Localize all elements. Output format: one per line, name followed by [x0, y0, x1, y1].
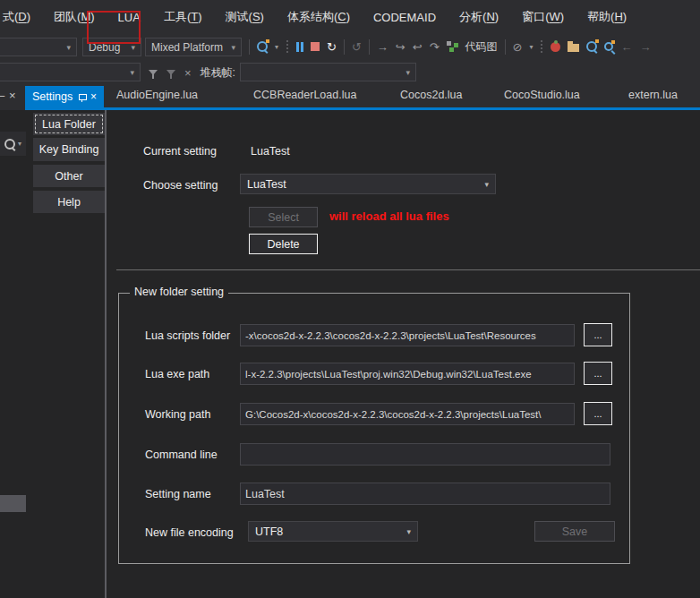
- tab-cocostudio[interactable]: CocoStudio.lua: [504, 89, 580, 101]
- chevron-down-icon: ▾: [484, 180, 489, 189]
- current-setting-value: LuaTest: [251, 145, 290, 158]
- menu-item-debug-d[interactable]: 式(D): [0, 5, 42, 29]
- toolbar-separator: [249, 39, 250, 55]
- ide-window: 式(D) 团队(M) LUA 工具(T) 测试(S) 体系结构(C) CODEM…: [0, 0, 700, 598]
- pin-icon[interactable]: [79, 93, 84, 101]
- reload-warning-text: will reload all lua files: [329, 209, 449, 223]
- working-path-input[interactable]: [240, 403, 575, 425]
- menu-item-tools[interactable]: 工具(T): [152, 5, 214, 29]
- new-file-encoding-label: New file encoding: [145, 526, 234, 539]
- setting-name-input[interactable]: [240, 483, 610, 505]
- open-folder-icon[interactable]: [568, 44, 579, 52]
- sidebar-item-help[interactable]: Help: [33, 191, 105, 213]
- rail-search-box[interactable]: ▾: [0, 132, 26, 156]
- menu-item-codemaid[interactable]: CODEMAID: [362, 7, 448, 28]
- menu-item-analyze[interactable]: 分析(N): [448, 5, 510, 29]
- section-separator: [116, 269, 700, 270]
- menu-item-test[interactable]: 测试(S): [214, 5, 276, 29]
- show-next-statement-icon[interactable]: →: [377, 41, 388, 53]
- sidebar-item-other[interactable]: Other: [33, 165, 105, 187]
- attach-to-process-icon[interactable]: [257, 41, 268, 52]
- pause-icon[interactable]: [296, 42, 303, 52]
- nav-forward-icon[interactable]: →: [639, 41, 651, 53]
- stop-debugging-icon[interactable]: [311, 42, 320, 51]
- menu-item-help[interactable]: 帮助(H): [576, 5, 638, 29]
- code-map-icon[interactable]: [447, 41, 458, 52]
- restart-icon[interactable]: ↻: [327, 41, 337, 53]
- chevron-down-icon: ▾: [130, 68, 134, 77]
- choose-setting-label: Choose setting: [143, 179, 218, 192]
- lua-exe-path-browse-button[interactable]: ...: [584, 362, 612, 385]
- toolbar-separator: [369, 39, 370, 55]
- select-button[interactable]: Select: [249, 207, 318, 227]
- chevron-down-icon: ▾: [405, 68, 410, 77]
- setting-name-label: Setting name: [145, 488, 211, 500]
- toggle-threads-icon[interactable]: ×: [184, 67, 192, 79]
- tab-ccbreaderload[interactable]: CCBReaderLoad.lua: [253, 89, 356, 101]
- chevron-down-icon: ▾: [66, 43, 71, 52]
- menu-item-architecture[interactable]: 体系结构(C): [276, 5, 362, 29]
- lua-scripts-folder-browse-button[interactable]: ...: [584, 323, 612, 346]
- quick-find-icon[interactable]: [604, 42, 613, 51]
- chevron-down-icon: ▾: [231, 43, 235, 52]
- step-over-icon[interactable]: ↷: [430, 41, 440, 53]
- tab-settings[interactable]: Settings ×: [25, 86, 104, 107]
- thread-filter-flag-icon[interactable]: [166, 70, 175, 75]
- command-line-label: Command line: [145, 448, 218, 461]
- stack-frame-label: 堆栈帧:: [201, 65, 235, 81]
- thread-filter-icon[interactable]: [149, 70, 158, 75]
- refresh-icon[interactable]: ↺: [352, 41, 362, 53]
- solution-platform-combobox[interactable]: Mixed Platform ▾: [145, 38, 242, 56]
- chevron-down-icon[interactable]: ▾: [18, 140, 21, 148]
- lua-scripts-folder-input[interactable]: [240, 324, 575, 346]
- save-button[interactable]: Save: [534, 521, 615, 542]
- chevron-down-icon[interactable]: ▾: [275, 43, 278, 51]
- menu-item-window[interactable]: 窗口(W): [510, 5, 576, 29]
- solution-platform-value: Mixed Platform: [151, 41, 227, 54]
- startup-combobox[interactable]: ▾: [0, 38, 77, 56]
- working-path-label: Working path: [145, 408, 210, 421]
- toolbar-grip: [286, 39, 289, 54]
- tab-audioengine[interactable]: AudioEngine.lua: [116, 89, 198, 101]
- stack-frame-combobox[interactable]: ▾: [240, 63, 416, 81]
- tab-extern[interactable]: extern.lua: [628, 89, 678, 101]
- toolbar-separator: [344, 39, 345, 55]
- lua-scripts-folder-label: Lua scripts folder: [145, 329, 230, 342]
- choose-setting-combobox[interactable]: LuaTest ▾: [240, 174, 496, 194]
- toolbar-separator: [505, 39, 506, 55]
- lua-menu-highlight-annotation: [87, 11, 141, 44]
- lua-exe-path-input[interactable]: [240, 363, 575, 385]
- chevron-down-icon[interactable]: ▾: [529, 43, 533, 51]
- choose-setting-value: LuaTest: [247, 178, 286, 191]
- search-icon: [4, 139, 15, 150]
- chevron-down-icon: ▾: [131, 43, 135, 52]
- minimize-icon[interactable]: –: [0, 89, 4, 102]
- process-combobox[interactable]: ▾: [0, 63, 141, 81]
- tab-cocos2d[interactable]: Cocos2d.lua: [400, 89, 463, 101]
- close-icon[interactable]: ×: [90, 90, 97, 103]
- sidebar-item-lua-folder[interactable]: Lua Folder: [33, 113, 105, 135]
- tool-window-close-icon[interactable]: ×: [9, 89, 16, 102]
- debug-location-icons: × 堆栈帧:: [149, 64, 235, 81]
- disable-breakpoints-icon[interactable]: ⊘: [513, 41, 523, 53]
- step-out-icon[interactable]: ↩: [413, 41, 423, 53]
- debug-toolbar-icons: ▾ ↻ ↺ → ↪ ↩ ↷ 代码图 ⊘ ▾ ← →: [249, 36, 651, 57]
- chevron-down-icon: ▾: [406, 527, 411, 536]
- find-in-files-icon[interactable]: [586, 41, 597, 52]
- command-line-input[interactable]: [240, 443, 610, 466]
- encoding-value: UTF8: [255, 525, 283, 538]
- working-path-browse-button[interactable]: ...: [584, 402, 612, 425]
- tab-settings-label: Settings: [32, 90, 73, 103]
- extension-tomato-icon[interactable]: [551, 42, 560, 52]
- encoding-combobox[interactable]: UTF8 ▾: [248, 521, 418, 542]
- current-setting-label: Current setting: [143, 145, 217, 158]
- step-into-icon[interactable]: ↪: [396, 41, 405, 53]
- rail-selection-block: [0, 495, 26, 512]
- group-title: New folder setting: [130, 286, 228, 298]
- delete-button[interactable]: Delete: [249, 234, 318, 254]
- toolbar-grip: [540, 39, 543, 54]
- sidebar-item-key-binding[interactable]: Key Binding: [33, 138, 105, 161]
- nav-back-icon[interactable]: ←: [620, 41, 632, 53]
- lua-exe-path-label: Lua exe path: [145, 368, 209, 380]
- code-map-label[interactable]: 代码图: [465, 39, 498, 55]
